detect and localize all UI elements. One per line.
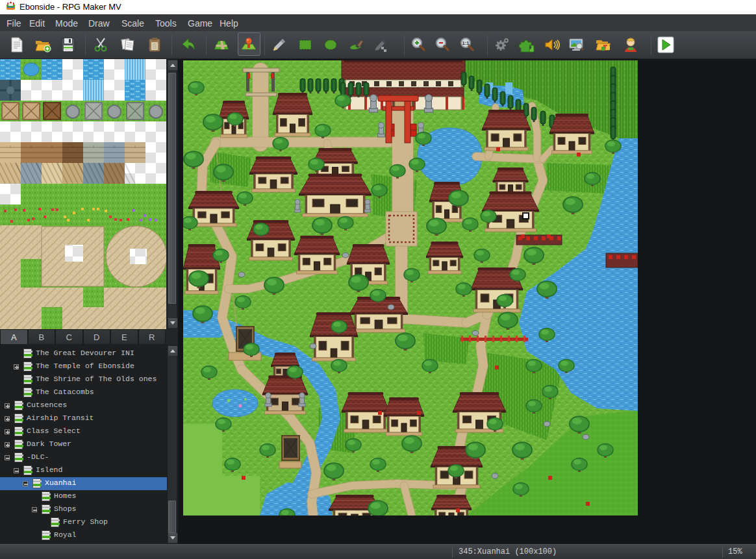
svg-text:1:1: 1:1: [462, 40, 470, 46]
